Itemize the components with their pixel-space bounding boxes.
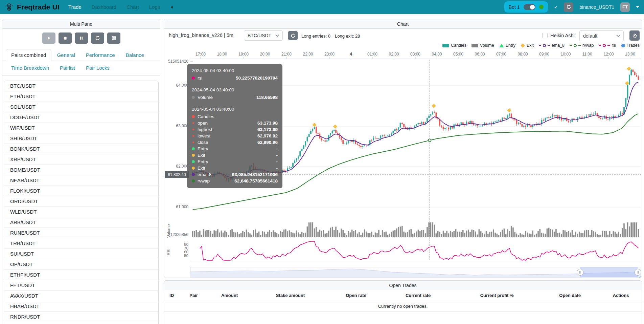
tooltip-row: close62,990.96 bbox=[192, 139, 278, 146]
bot-selector[interactable]: Bot 1 bbox=[504, 1, 548, 13]
navigator-handle[interactable] bbox=[577, 269, 583, 276]
pair-list-item[interactable]: RNDR/USDT bbox=[4, 312, 158, 322]
series-dot-icon bbox=[192, 160, 195, 163]
time-tick-label: 19:00 bbox=[234, 52, 253, 57]
pair-list-item[interactable]: FET/USDT bbox=[4, 280, 158, 291]
legend-item-candles[interactable]: Candles bbox=[442, 43, 466, 48]
user-avatar[interactable]: FT bbox=[620, 2, 630, 12]
pair-list-item[interactable]: BTC/USDT bbox=[4, 81, 158, 91]
pair-list-item[interactable]: AVAX/USDT bbox=[4, 291, 158, 301]
tab-balance[interactable]: Balance bbox=[120, 49, 150, 61]
tab-general[interactable]: General bbox=[51, 49, 80, 61]
nav-link-logs[interactable]: Logs bbox=[149, 4, 160, 10]
tooltip-row: open63,173.98 bbox=[192, 120, 278, 126]
pair-list-item[interactable]: HBAR/USDT bbox=[4, 301, 158, 312]
multi-pane-title: Multi Pane bbox=[2, 19, 160, 29]
heikin-ashi-label: Heikin Ashi bbox=[550, 33, 575, 38]
volume-axis-name: Volume bbox=[166, 221, 171, 241]
nav-link-trade[interactable]: Trade bbox=[68, 4, 82, 10]
tab-performance[interactable]: Performance bbox=[80, 49, 120, 61]
tooltip-row: ema_863,085.948152171906 bbox=[192, 171, 278, 178]
rsi-axis-name: RSI bbox=[166, 242, 171, 262]
pair-list-item[interactable]: SHIB/USDT bbox=[4, 133, 158, 144]
bot-controls bbox=[2, 33, 160, 44]
refresh-icon bbox=[95, 36, 100, 41]
refresh-chart-button[interactable] bbox=[288, 31, 298, 40]
bot-toggle[interactable] bbox=[524, 4, 535, 10]
series-dot-icon bbox=[192, 135, 194, 137]
navigator-handle[interactable] bbox=[635, 269, 641, 276]
time-tick-label: 17:00 bbox=[191, 52, 210, 57]
series-dot-icon bbox=[192, 115, 195, 118]
reload-bot-button[interactable] bbox=[564, 2, 573, 12]
series-dot-icon bbox=[192, 129, 194, 130]
pair-list-item[interactable]: BONK/USDT bbox=[4, 144, 158, 154]
legend-item-volume[interactable]: Volume bbox=[472, 43, 494, 48]
pair-list-item[interactable]: BOME/USDT bbox=[4, 165, 158, 175]
pair-list-item[interactable]: FLOKI/USDT bbox=[4, 186, 158, 196]
pair-list-item[interactable]: OP/USDT bbox=[4, 259, 158, 270]
plot-config-select[interactable]: default bbox=[579, 30, 624, 41]
clear-button[interactable] bbox=[107, 33, 120, 44]
pair-list-item[interactable]: ORDI/USDT bbox=[4, 196, 158, 207]
time-tick-label: 02:00 bbox=[385, 52, 403, 57]
play-button[interactable] bbox=[42, 33, 55, 44]
pair-list-item[interactable]: SUI/USDT bbox=[4, 249, 158, 259]
exit-diamond-icon bbox=[521, 43, 525, 48]
tab-pairs-combined[interactable]: Pairs combined bbox=[6, 49, 51, 61]
pair-list-item[interactable]: ETH/USDT bbox=[4, 91, 158, 102]
time-tick-label: 23:00 bbox=[320, 52, 339, 57]
pair-list-item[interactable]: WLD/USDT bbox=[4, 207, 158, 217]
pair-list-item[interactable]: WIF/USDT bbox=[4, 123, 158, 133]
tooltip-value: - bbox=[276, 166, 278, 171]
heikin-ashi-control: Heikin Ashi bbox=[542, 33, 575, 38]
pair-list-item[interactable]: SOL/USDT bbox=[4, 102, 158, 112]
tooltip-row: Exit- bbox=[192, 152, 278, 158]
time-tick-label: 01:00 bbox=[363, 52, 382, 57]
stop-icon bbox=[63, 36, 68, 41]
heikin-ashi-checkbox[interactable] bbox=[542, 33, 548, 38]
line-icon bbox=[539, 45, 541, 46]
rvwap-ring-icon bbox=[574, 44, 577, 47]
pair-list: BTC/USDTETH/USDTSOL/USDTDOGE/USDTWIF/USD… bbox=[4, 81, 159, 324]
pair-list-item[interactable]: AR/USDT bbox=[4, 322, 158, 324]
plot-settings-button[interactable] bbox=[629, 30, 640, 41]
legend-label: Trades bbox=[627, 43, 640, 48]
candles-swatch-icon bbox=[442, 44, 449, 47]
chart-legend: CandlesVolumeEntryExitema_8rvwaprsiTrade… bbox=[442, 43, 640, 48]
legend-item-rvwap[interactable]: rvwap bbox=[570, 43, 594, 48]
play-icon bbox=[46, 36, 51, 41]
theme-toggle-icon[interactable]: ◐ bbox=[171, 4, 174, 10]
pair-list-item[interactable]: ARB/USDT bbox=[4, 217, 158, 228]
tab-time-breakdown[interactable]: Time Breakdown bbox=[6, 62, 54, 73]
open-trades-panel: Open Trades IDPairAmountStake amountOpen… bbox=[164, 280, 642, 324]
legend-item-trades[interactable]: Trades bbox=[621, 43, 640, 48]
legend-item-ema_8[interactable]: ema_8 bbox=[539, 43, 565, 48]
pair-list-item[interactable]: XRP/USDT bbox=[4, 154, 158, 165]
column-header-current-rate: Current rate bbox=[382, 293, 454, 298]
pair-select[interactable]: BTC/USDT bbox=[244, 30, 283, 41]
tooltip-label: ema_8 bbox=[198, 172, 211, 177]
legend-item-exit[interactable]: Exit bbox=[521, 43, 534, 48]
nav-link-dashboard[interactable]: Dashboard bbox=[92, 4, 116, 10]
pause-button[interactable] bbox=[75, 33, 88, 44]
tab-pair-locks[interactable]: Pair Locks bbox=[80, 62, 115, 73]
stop-button[interactable] bbox=[59, 33, 72, 44]
pair-list-item[interactable]: TRB/USDT bbox=[4, 238, 158, 249]
user-menu-caret-icon[interactable] bbox=[636, 6, 639, 8]
pair-list-item[interactable]: DOGE/USDT bbox=[4, 112, 158, 123]
chart-area[interactable]: high_frog_binance_v226 | 5m BTC/USDT Lon… bbox=[164, 19, 642, 278]
series-dot-icon bbox=[192, 147, 195, 150]
tooltip-row: Entry- bbox=[192, 146, 278, 152]
tooltip-label: Exit bbox=[198, 166, 205, 171]
nav-link-chart[interactable]: Chart bbox=[127, 4, 139, 10]
pair-list-item[interactable]: NEAR/USDT bbox=[4, 175, 158, 186]
pair-list-item[interactable]: RUNE/USDT bbox=[4, 228, 158, 238]
series-dot-icon bbox=[192, 179, 195, 182]
tab-pairlist[interactable]: Pairlist bbox=[54, 62, 80, 73]
pair-list-item[interactable]: ETHFI/USDT bbox=[4, 270, 158, 280]
legend-item-rsi[interactable]: rsi bbox=[599, 43, 616, 48]
refresh-button[interactable] bbox=[91, 33, 104, 44]
column-header-open-rate: Open rate bbox=[330, 293, 382, 298]
legend-item-entry[interactable]: Entry bbox=[499, 43, 515, 48]
